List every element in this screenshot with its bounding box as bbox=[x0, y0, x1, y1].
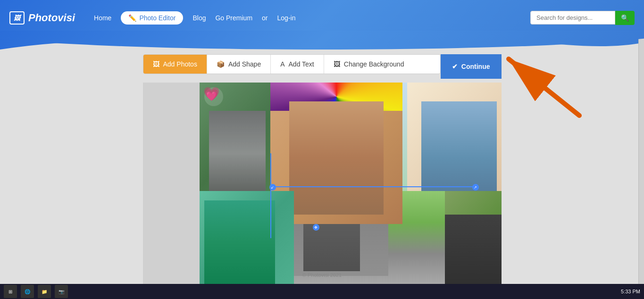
heart-icon: 💗 bbox=[203, 86, 220, 102]
main-person bbox=[289, 101, 384, 215]
nav-links: Home ✏️ Photo Editor Blog Go Premium or … bbox=[94, 11, 530, 25]
taskbar-app-1[interactable]: 🌐 bbox=[21, 285, 34, 298]
change-background-icon: 🖼 bbox=[334, 60, 340, 68]
taskbar-start[interactable]: ⊞ bbox=[4, 285, 17, 298]
person-teal bbox=[204, 200, 275, 285]
continue-button[interactable]: ✔ Continue bbox=[441, 54, 502, 79]
nav-photo-editor[interactable]: ✏️ Photo Editor bbox=[121, 11, 183, 25]
add-photos-label: Add Photos bbox=[163, 60, 197, 68]
nav-home[interactable]: Home bbox=[94, 14, 111, 22]
logo: 🖼 Photovisi bbox=[9, 11, 75, 25]
nav-blog[interactable]: Blog bbox=[192, 14, 206, 22]
arrow-svg bbox=[494, 50, 589, 125]
continue-label: Continue bbox=[461, 63, 490, 70]
canvas-area[interactable]: 💗 bbox=[200, 83, 502, 285]
search-area: 🔍 bbox=[530, 11, 635, 25]
search-input[interactable] bbox=[530, 11, 615, 25]
add-shape-label: Add Shape bbox=[228, 60, 261, 68]
scrollbar[interactable] bbox=[638, 0, 644, 299]
person-silhouette-1 bbox=[209, 111, 266, 196]
taskbar-icons: ⊞ 🌐 📁 📷 bbox=[4, 285, 68, 298]
arrow-annotation bbox=[494, 50, 589, 127]
add-shape-button[interactable]: 📦 Add Shape bbox=[207, 55, 271, 74]
canvas-wrapper: 💗 bbox=[143, 83, 502, 285]
add-shape-icon: 📦 bbox=[217, 60, 225, 68]
nav-separator: or bbox=[262, 14, 268, 22]
logo-text: Photovisi bbox=[28, 12, 75, 24]
photo-bottom-right bbox=[445, 191, 502, 285]
change-background-button[interactable]: 🖼 Change Background bbox=[324, 55, 414, 74]
add-photos-icon: 🖼 bbox=[153, 60, 159, 68]
toolbar: 🖼 Add Photos 📦 Add Shape A Add Text 🖼 Ch… bbox=[143, 54, 441, 74]
person-trees bbox=[445, 215, 502, 285]
left-panel bbox=[143, 83, 200, 285]
add-text-label: Add Text bbox=[289, 60, 314, 68]
checkmark-icon: ✔ bbox=[452, 63, 458, 70]
handle-resize-2: ↗ bbox=[472, 184, 479, 191]
nav-go-premium[interactable]: Go Premium bbox=[215, 14, 252, 22]
change-background-label: Change Background bbox=[344, 60, 404, 68]
pencil-icon: ✏️ bbox=[128, 14, 136, 22]
header: 🖼 Photovisi Home ✏️ Photo Editor Blog Go… bbox=[0, 0, 644, 35]
handle-move: ✥ bbox=[313, 224, 319, 231]
selection-line-v bbox=[270, 153, 271, 238]
selection-line-h bbox=[270, 186, 478, 187]
taskbar-time: 5:33 PM bbox=[621, 289, 640, 294]
photo-collage: 💗 bbox=[200, 83, 502, 285]
logo-icon: 🖼 bbox=[9, 11, 25, 25]
svg-line-1 bbox=[509, 59, 579, 116]
search-button[interactable]: 🔍 bbox=[615, 11, 635, 25]
toolbar-container: 🖼 Add Photos 📦 Add Shape A Add Text 🖼 Ch… bbox=[143, 54, 502, 79]
handle-resize-1: ↙ bbox=[269, 184, 276, 191]
photo-bottom-left bbox=[200, 191, 294, 285]
nav-login[interactable]: Log-in bbox=[277, 14, 296, 22]
taskbar-app-2[interactable]: 📁 bbox=[38, 285, 51, 298]
main-content: 🖼 Add Photos 📦 Add Shape A Add Text 🖼 Ch… bbox=[0, 50, 644, 294]
add-text-button[interactable]: A Add Text bbox=[271, 55, 324, 74]
taskbar: ⊞ 🌐 📁 📷 5:33 PM bbox=[0, 284, 644, 299]
taskbar-app-3[interactable]: 📷 bbox=[55, 285, 68, 298]
add-photos-button[interactable]: 🖼 Add Photos bbox=[143, 55, 207, 74]
copyright: © Photovisi 2021 bbox=[302, 272, 342, 278]
nav-photo-editor-label: Photo Editor bbox=[139, 14, 176, 22]
add-text-icon: A bbox=[280, 60, 284, 68]
